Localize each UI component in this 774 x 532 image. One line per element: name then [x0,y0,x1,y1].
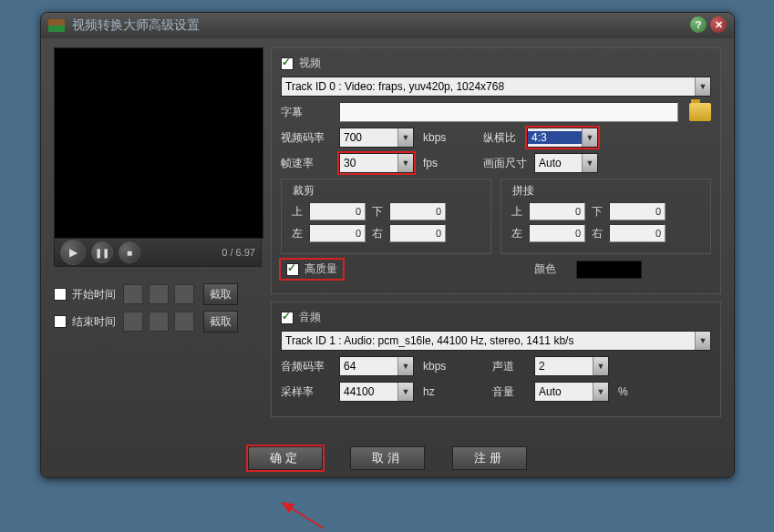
chevron-down-icon: ▼ [593,383,608,401]
grab-end-button[interactable]: 截取 [203,311,238,332]
fps-select[interactable]: 30 ▼ [339,153,414,173]
join-left-input[interactable]: 0 [529,224,585,242]
start-h[interactable] [123,284,143,304]
volume-select[interactable]: Auto ▼ [534,382,609,402]
stop-button[interactable]: ■ [119,241,140,263]
join-bottom-input[interactable]: 0 [609,202,666,220]
volume-label: 音量 [492,384,529,400]
audio-checkbox[interactable] [281,312,294,324]
high-quality-checkbox[interactable] [286,263,299,276]
volume-unit: % [618,385,631,398]
crop-title: 裁剪 [289,183,483,199]
register-button[interactable]: 注册 [452,446,527,470]
chevron-down-icon: ▼ [582,154,597,172]
play-button[interactable]: ▶ [60,240,86,265]
crop-right-input[interactable]: 0 [389,224,446,242]
audio-bitrate-select[interactable]: 64 ▼ [339,356,414,376]
ok-button[interactable]: 确定 [248,446,323,470]
join-panel: 拼接 上 0 下 0 左 0 右 0 [501,179,711,254]
crop-bottom-input[interactable]: 0 [389,202,446,220]
chevron-down-icon: ▼ [397,128,413,147]
titlebar: 视频转换大师高级设置 ? ✕ [41,13,734,38]
channels-select[interactable]: 2 ▼ [534,356,609,376]
close-button[interactable]: ✕ [710,16,727,33]
settings-window: 视频转换大师高级设置 ? ✕ ▶ ❚❚ ■ 0 / 6.97 开始时间 [40,12,735,478]
size-label: 画面尺寸 [483,156,529,171]
end-h[interactable] [123,312,143,332]
help-button[interactable]: ? [690,16,707,33]
chevron-down-icon: ▼ [397,357,413,375]
player-controls: ▶ ❚❚ ■ 0 / 6.97 [54,239,262,267]
join-top-input[interactable]: 0 [529,202,585,220]
folder-icon[interactable] [689,103,711,121]
aspect-ratio-select[interactable]: 4:3 ▼ [527,128,598,148]
video-preview [54,47,263,239]
audio-track-select[interactable]: Track ID 1 : Audio: pcm_s16le, 44100 Hz,… [281,331,711,351]
end-time-label: 结束时间 [72,314,118,330]
video-bitrate-select[interactable]: 700 ▼ [339,128,414,148]
audio-panel: 音频 Track ID 1 : Audio: pcm_s16le, 44100 … [271,302,721,417]
start-m[interactable] [149,284,169,304]
bitrate-unit: kbps [423,131,454,144]
player-time: 0 / 6.97 [222,247,255,258]
aspect-label: 纵横比 [483,130,521,146]
video-panel: 视频 Track ID 0 : Video: fraps, yuv420p, 1… [271,47,721,294]
crop-panel: 裁剪 上 0 下 0 左 0 右 0 [281,179,491,254]
video-bitrate-label: 视频码率 [281,130,334,146]
video-section-label: 视频 [299,56,321,71]
chevron-down-icon: ▼ [695,332,710,350]
chevron-down-icon: ▼ [397,154,413,172]
window-title: 视频转换大师高级设置 [72,17,200,34]
start-time-checkbox[interactable] [54,288,67,301]
sample-unit: hz [423,385,454,398]
fps-unit: fps [423,157,454,169]
chevron-down-icon: ▼ [397,383,413,401]
start-s[interactable] [174,284,194,304]
end-m[interactable] [149,312,169,332]
app-icon [48,19,65,32]
start-time-label: 开始时间 [72,287,118,302]
video-track-select[interactable]: Track ID 0 : Video: fraps, yuv420p, 1024… [281,77,711,97]
audio-bitrate-unit: kbps [423,360,454,373]
cancel-button[interactable]: 取消 [350,446,425,470]
audio-section-label: 音频 [299,310,321,325]
annotation-arrow-icon [278,501,333,532]
crop-top-input[interactable]: 0 [309,202,366,220]
subtitle-input[interactable] [339,102,678,122]
video-checkbox[interactable] [281,57,294,70]
chevron-down-icon: ▼ [695,77,710,96]
join-right-input[interactable]: 0 [609,224,666,242]
grab-start-button[interactable]: 截取 [203,283,238,305]
chevron-down-icon: ▼ [593,357,608,375]
sample-label: 采样率 [281,384,334,400]
end-time-checkbox[interactable] [54,315,67,328]
pause-button[interactable]: ❚❚ [91,241,113,263]
color-label: 颜色 [534,261,571,277]
chevron-down-icon: ▼ [582,128,597,147]
fps-label: 帧速率 [281,156,334,171]
end-s[interactable] [174,312,194,332]
subtitle-label: 字幕 [281,105,334,120]
size-select[interactable]: Auto ▼ [534,153,598,173]
high-quality-label: 高质量 [304,261,337,277]
audio-bitrate-label: 音频码率 [281,359,334,374]
channels-label: 声道 [492,359,529,374]
color-swatch[interactable] [576,261,642,279]
sample-select[interactable]: 44100 ▼ [339,382,414,402]
join-title: 拼接 [509,183,703,199]
crop-left-input[interactable]: 0 [309,224,366,242]
svg-line-0 [283,503,324,528]
